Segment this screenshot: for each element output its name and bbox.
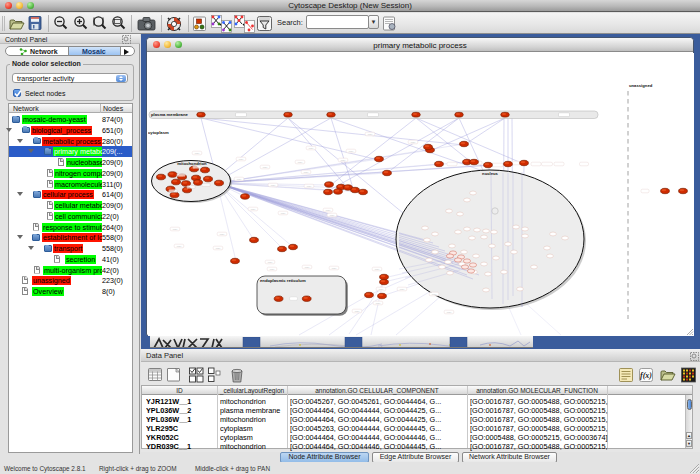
svg-text:[nnn]: [nnn]: [374, 268, 379, 270]
svg-text:[nnn]: [nnn]: [280, 212, 285, 214]
svg-text:[nnn]: [nnn]: [297, 161, 302, 163]
svg-text:[nnn]: [nnn]: [399, 288, 404, 290]
svg-text:[nnn]: [nnn]: [236, 178, 241, 180]
svg-text:mitochondrion: mitochondrion: [177, 161, 207, 166]
svg-text:[nnn]: [nnn]: [306, 185, 311, 187]
svg-text:[nnn]: [nnn]: [446, 311, 451, 313]
svg-text:[nnn]: [nnn]: [176, 245, 181, 247]
svg-text:[nnn]: [nnn]: [172, 228, 177, 230]
svg-text:[nnn]: [nnn]: [194, 152, 199, 154]
svg-text:unassigned: unassigned: [629, 83, 653, 88]
svg-text:nucleus: nucleus: [482, 171, 498, 176]
svg-text:[nnn]: [nnn]: [329, 214, 334, 216]
svg-text:[nnn]: [nnn]: [378, 288, 383, 290]
svg-text:[nnn]: [nnn]: [215, 247, 220, 249]
svg-text:[nnn]: [nnn]: [269, 268, 274, 270]
svg-text:[nnn]: [nnn]: [238, 158, 243, 160]
svg-text:f(x): f(x): [640, 371, 652, 380]
svg-text:[nnn]: [nnn]: [348, 150, 353, 152]
svg-text:[nnn]: [nnn]: [250, 208, 255, 210]
svg-text:plasma membrane: plasma membrane: [151, 112, 188, 117]
svg-text:[nnn]: [nnn]: [367, 133, 372, 135]
svg-text:[nnn]: [nnn]: [303, 171, 308, 173]
svg-text:[nnn]: [nnn]: [267, 261, 272, 263]
svg-text:[nnn]: [nnn]: [331, 267, 336, 269]
svg-text:[nnn]: [nnn]: [410, 141, 415, 143]
svg-text:[nnn]: [nnn]: [219, 233, 224, 235]
svg-text:[nnn]: [nnn]: [354, 310, 359, 312]
svg-text:[nnn]: [nnn]: [304, 266, 309, 268]
svg-text:[nnn]: [nnn]: [308, 147, 313, 149]
svg-text:endoplasmic reticulum: endoplasmic reticulum: [260, 277, 306, 282]
svg-text:[nnn]: [nnn]: [431, 293, 436, 295]
svg-text:[nnn]: [nnn]: [262, 166, 267, 168]
svg-text:[nnn]: [nnn]: [340, 159, 345, 161]
svg-text:[nnn]: [nnn]: [375, 302, 380, 304]
svg-text:[nnn]: [nnn]: [325, 209, 330, 211]
svg-text:cytoplasm: cytoplasm: [148, 129, 169, 134]
svg-text:[nnn]: [nnn]: [270, 184, 275, 186]
